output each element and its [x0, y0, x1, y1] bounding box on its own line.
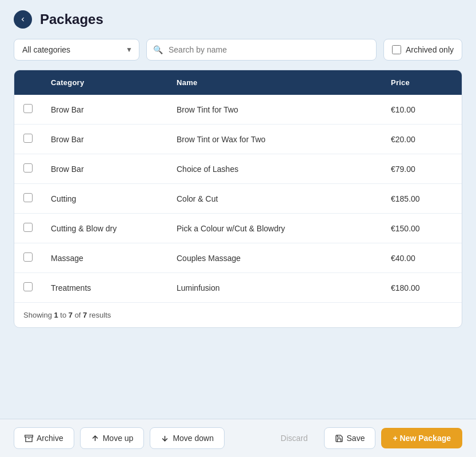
header-name: Name [167, 70, 382, 95]
row-name: Brow Tint or Wax for Two [167, 125, 382, 154]
discard-button[interactable]: Discard [270, 428, 318, 448]
bottom-toolbar: Archive Move up Move down Discard Save +… [0, 419, 476, 457]
table-row: Massage Couples Massage €40.00 [14, 243, 462, 273]
row-category: Massage [42, 243, 167, 273]
header: Packages [0, 0, 476, 39]
new-package-button[interactable]: + New Package [381, 428, 462, 448]
table-body: Brow Bar Brow Tint for Two €10.00 Brow B… [14, 95, 462, 302]
row-checkbox[interactable] [23, 163, 33, 173]
move-up-button[interactable]: Move up [80, 427, 145, 449]
table-row: Brow Bar Brow Tint for Two €10.00 [14, 95, 462, 125]
move-down-button[interactable]: Move down [150, 427, 225, 449]
category-select[interactable]: All categories Brow Bar Cutting Cutting … [14, 39, 139, 61]
table-header-row: Category Name Price [14, 70, 462, 95]
archive-label: Archive [37, 434, 63, 443]
header-category: Category [42, 70, 167, 95]
search-icon: 🔍 [153, 45, 163, 54]
row-category: Brow Bar [42, 95, 167, 125]
category-filter[interactable]: All categories Brow Bar Cutting Cutting … [14, 39, 139, 61]
row-checkbox[interactable] [23, 223, 33, 232]
archived-only-filter[interactable]: Archived only [383, 39, 462, 61]
row-checkbox-cell[interactable] [14, 273, 42, 303]
range-to: to [58, 311, 69, 319]
back-button[interactable] [14, 10, 32, 29]
archived-checkbox[interactable] [392, 45, 401, 54]
move-up-label: Move up [103, 434, 134, 443]
table-row: Cutting Color & Cut €185.00 [14, 184, 462, 214]
filters-bar: All categories Brow Bar Cutting Cutting … [0, 39, 476, 70]
row-price: €10.00 [382, 95, 462, 125]
arrow-down-icon [161, 434, 169, 443]
archive-icon [25, 434, 33, 443]
row-checkbox[interactable] [23, 134, 33, 143]
search-box[interactable]: 🔍 [146, 39, 377, 61]
row-category: Cutting & Blow dry [42, 214, 167, 243]
table-row: Treatments Luminfusion €180.00 [14, 273, 462, 303]
search-input[interactable] [146, 39, 377, 61]
archive-button[interactable]: Archive [14, 427, 74, 449]
new-package-label: + New Package [393, 434, 451, 443]
svg-rect-0 [25, 435, 33, 436]
row-checkbox[interactable] [23, 104, 33, 113]
results-count: Showing 1 to 7 of 7 results [14, 302, 462, 327]
row-checkbox[interactable] [23, 193, 33, 202]
row-price: €40.00 [382, 243, 462, 273]
row-price: €79.00 [382, 154, 462, 184]
table-header: Category Name Price [14, 70, 462, 95]
page-title: Packages [40, 11, 103, 27]
row-price: €180.00 [382, 273, 462, 303]
row-name: Luminfusion [167, 273, 382, 303]
row-category: Brow Bar [42, 125, 167, 154]
row-name: Brow Tint for Two [167, 95, 382, 125]
row-category: Treatments [42, 273, 167, 303]
row-checkbox-cell[interactable] [14, 214, 42, 243]
save-label: Save [347, 434, 365, 443]
discard-label: Discard [281, 434, 307, 443]
of-text: of [73, 311, 83, 319]
table-row: Brow Bar Brow Tint or Wax for Two €20.00 [14, 125, 462, 154]
move-down-label: Move down [173, 434, 214, 443]
header-checkbox-col [14, 70, 42, 95]
row-checkbox-cell[interactable] [14, 154, 42, 184]
row-price: €185.00 [382, 184, 462, 214]
row-category: Brow Bar [42, 154, 167, 184]
row-checkbox-cell[interactable] [14, 95, 42, 125]
range-start: 1 [54, 311, 58, 319]
row-name: Choice of Lashes [167, 154, 382, 184]
row-price: €20.00 [382, 125, 462, 154]
header-price: Price [382, 70, 462, 95]
row-checkbox-cell[interactable] [14, 125, 42, 154]
packages-table: Category Name Price Brow Bar Brow Tint f… [14, 70, 462, 302]
row-name: Couples Massage [167, 243, 382, 273]
table-row: Brow Bar Choice of Lashes €79.00 [14, 154, 462, 184]
archived-label[interactable]: Archived only [406, 45, 454, 54]
table-row: Cutting & Blow dry Pick a Colour w/Cut &… [14, 214, 462, 243]
row-checkbox[interactable] [23, 252, 33, 262]
save-icon [335, 434, 343, 443]
row-checkbox[interactable] [23, 282, 33, 291]
row-name: Pick a Colour w/Cut & Blowdry [167, 214, 382, 243]
arrow-up-icon [91, 434, 99, 443]
row-price: €150.00 [382, 214, 462, 243]
save-button[interactable]: Save [324, 427, 376, 449]
row-checkbox-cell[interactable] [14, 243, 42, 273]
showing-text: Showing [23, 311, 54, 319]
range-end: 7 [69, 311, 73, 319]
row-name: Color & Cut [167, 184, 382, 214]
row-checkbox-cell[interactable] [14, 184, 42, 214]
packages-table-container: Category Name Price Brow Bar Brow Tint f… [14, 70, 462, 328]
results-label: results [87, 311, 111, 319]
row-category: Cutting [42, 184, 167, 214]
